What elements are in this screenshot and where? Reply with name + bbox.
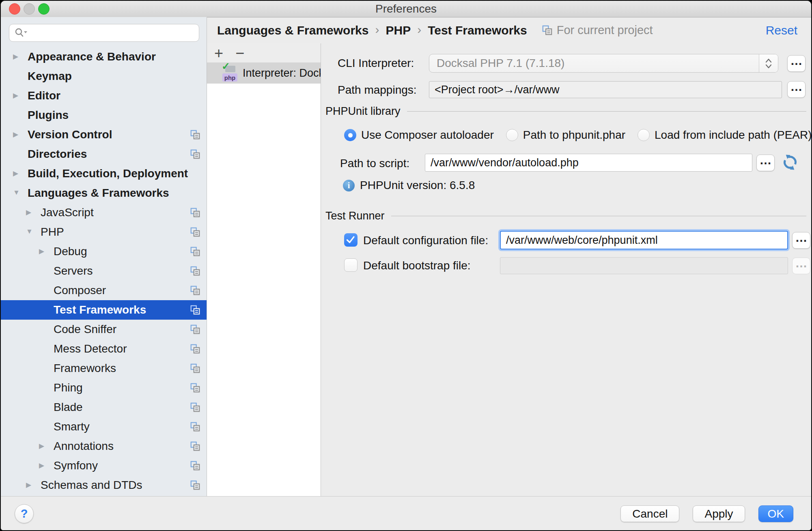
settings-sidebar: ▶Appearance & BehaviorKeymap▶EditorPlugi… [1, 17, 207, 496]
project-scope-icon [190, 227, 200, 237]
apply-button[interactable]: Apply [693, 505, 745, 522]
search-input[interactable] [31, 26, 199, 40]
ok-button[interactable]: OK [758, 505, 793, 522]
zoom-button[interactable] [38, 3, 50, 15]
sidebar-item-label: Frameworks [54, 362, 116, 375]
sidebar-item-test-frameworks[interactable]: Test Frameworks [1, 300, 207, 320]
radio-path-to-phpunit-phar[interactable]: Path to phpunit.phar [506, 129, 625, 142]
default-configuration-file-checkbox[interactable] [344, 233, 358, 247]
sidebar-item-code-sniffer[interactable]: Code Sniffer [1, 320, 207, 339]
breadcrumb-item[interactable]: PHP [386, 24, 411, 37]
sidebar-item-label: Plugins [28, 109, 69, 122]
path-mappings-browse-button[interactable]: … [787, 81, 806, 98]
sidebar-item-composer[interactable]: Composer [1, 281, 207, 300]
test-runner-section: Test Runner [325, 209, 806, 223]
sidebar-item-frameworks[interactable]: Frameworks [1, 359, 207, 378]
radio-load-from-include-path[interactable]: Load from include path (PEAR) [638, 129, 812, 142]
checkmark-icon: ✓ [222, 62, 230, 72]
reset-link[interactable]: Reset [766, 24, 797, 37]
project-scope-icon [190, 207, 200, 218]
default-configuration-file-field[interactable]: /var/www/web/core/phpunit.xml [500, 231, 788, 249]
project-scope-icon [190, 129, 200, 140]
radio-icon[interactable] [344, 129, 356, 141]
cli-interpreter-browse-button[interactable]: … [787, 55, 806, 72]
project-scope-icon [190, 383, 200, 393]
chevron-right-icon[interactable]: ▶ [39, 247, 54, 256]
sidebar-item-debug[interactable]: ▶Debug [1, 242, 207, 261]
cancel-button[interactable]: Cancel [620, 505, 679, 522]
breadcrumb-item-current: Test Frameworks [428, 24, 527, 37]
breadcrumb-item[interactable]: Languages & Frameworks [217, 24, 368, 37]
sidebar-item-label: Debug [54, 245, 87, 258]
path-mappings-field[interactable]: <Project root>→/var/www [429, 81, 782, 98]
minimize-button[interactable] [24, 3, 35, 15]
sidebar-item-servers[interactable]: Servers [1, 261, 207, 281]
sidebar-item-phing[interactable]: Phing [1, 378, 207, 398]
add-interpreter-button[interactable]: + [214, 45, 223, 61]
interpreter-list-panel: + − ✓phpInterpreter: Docksal PHP 7.1 [207, 43, 321, 496]
path-to-script-browse-button[interactable]: … [756, 155, 775, 171]
chevron-right-icon[interactable]: ▶ [13, 91, 28, 100]
default-bootstrap-file-checkbox[interactable] [344, 258, 358, 272]
radio-label: Load from include path (PEAR) [655, 129, 812, 142]
sidebar-item-label: Keymap [28, 70, 72, 83]
cli-interpreter-value: Docksal PHP 7.1 (7.1.18) [437, 57, 564, 70]
sidebar-item-blade[interactable]: Blade [1, 398, 207, 417]
radio-use-composer-autoloader[interactable]: Use Composer autoloader [344, 129, 494, 142]
chevron-down-icon[interactable]: ▼ [13, 189, 28, 197]
chevron-right-icon[interactable]: ▶ [39, 442, 54, 450]
chevron-right-icon[interactable]: ▶ [39, 461, 54, 470]
preferences-window: Preferences ▶Appearance & BehaviorKeymap… [0, 0, 812, 531]
sidebar-item-smarty[interactable]: Smarty [1, 417, 207, 436]
default-configuration-file-label: Default configuration file: [363, 234, 488, 247]
chevron-down-icon[interactable]: ▼ [26, 228, 41, 236]
settings-header: Languages & Frameworks › PHP › Test Fram… [207, 17, 812, 43]
chevron-right-icon[interactable]: ▶ [13, 130, 28, 139]
sidebar-item-label: Phing [54, 381, 83, 394]
interpreter-list-toolbar: + − [207, 43, 321, 62]
sidebar-item-keymap[interactable]: Keymap [1, 67, 207, 86]
cli-interpreter-select[interactable]: Docksal PHP 7.1 (7.1.18) [429, 54, 778, 73]
sidebar-item-label: Version Control [28, 128, 112, 141]
sidebar-item-javascript[interactable]: ▶JavaScript [1, 203, 207, 222]
project-scope-icon [190, 266, 200, 276]
sidebar-item-label: PHP [41, 226, 64, 239]
sidebar-item-label: Composer [54, 284, 106, 297]
sidebar-item-languages-frameworks[interactable]: ▼Languages & Frameworks [1, 183, 207, 203]
close-button[interactable] [9, 3, 20, 15]
reload-phpunit-version-icon[interactable] [781, 153, 799, 172]
radio-icon[interactable] [506, 129, 518, 141]
sidebar-item-symfony[interactable]: ▶Symfony [1, 456, 207, 475]
project-scope-icon [190, 480, 200, 490]
sidebar-item-mess-detector[interactable]: Mess Detector [1, 339, 207, 359]
sidebar-item-version-control[interactable]: ▶Version Control [1, 125, 207, 144]
remove-interpreter-button[interactable]: − [235, 45, 244, 61]
phpunit-library-section-title: PHPUnit library [325, 105, 401, 118]
chevron-right-icon[interactable]: ▶ [26, 481, 41, 489]
interpreter-list-item[interactable]: ✓phpInterpreter: Docksal PHP 7.1 [207, 62, 321, 84]
sidebar-item-php[interactable]: ▼PHP [1, 222, 207, 242]
chevron-right-icon[interactable]: ▶ [26, 208, 41, 217]
sidebar-item-label: Annotations [54, 440, 114, 453]
help-button[interactable]: ? [15, 504, 34, 523]
radio-icon[interactable] [638, 129, 650, 141]
sidebar-item-schemas-and-dtds[interactable]: ▶Schemas and DTDs [1, 475, 207, 495]
sidebar-item-editor[interactable]: ▶Editor [1, 86, 207, 105]
project-scope-icon [190, 324, 200, 335]
sidebar-item-directories[interactable]: Directories [1, 144, 207, 164]
sidebar-item-plugins[interactable]: Plugins [1, 105, 207, 125]
sidebar-item-appearance-behavior[interactable]: ▶Appearance & Behavior [1, 47, 207, 67]
sidebar-item-annotations[interactable]: ▶Annotations [1, 436, 207, 456]
sidebar-item-label: Build, Execution, Deployment [28, 167, 188, 180]
radio-label: Use Composer autoloader [361, 129, 494, 142]
chevron-right-icon[interactable]: ▶ [13, 169, 28, 178]
stepper-icon[interactable] [759, 54, 778, 72]
phpunit-version-row: i PHPUnit version: 6.5.8 [343, 179, 475, 192]
settings-search-box[interactable] [9, 24, 199, 42]
sidebar-item-label: Appearance & Behavior [28, 50, 156, 63]
sidebar-item-build-execution-deployment[interactable]: ▶Build, Execution, Deployment [1, 164, 207, 183]
chevron-right-icon[interactable]: ▶ [13, 52, 28, 61]
path-to-script-field[interactable]: /var/www/vendor/autoload.php [425, 154, 752, 172]
default-configuration-file-browse-button[interactable]: … [792, 232, 810, 249]
sidebar-item-label: Symfony [54, 459, 98, 472]
